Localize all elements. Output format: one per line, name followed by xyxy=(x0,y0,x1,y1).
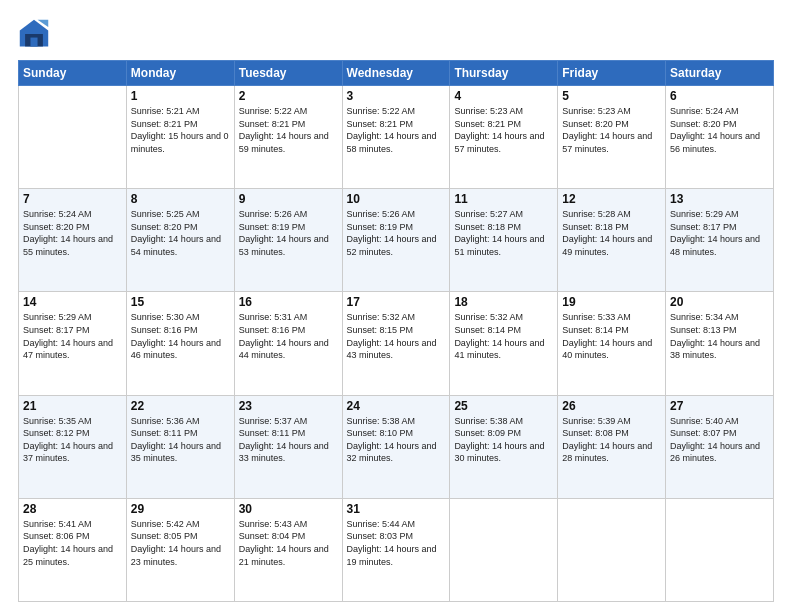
day-number: 28 xyxy=(23,502,122,516)
weekday-header: Monday xyxy=(126,61,234,86)
calendar-cell: 10Sunrise: 5:26 AM Sunset: 8:19 PM Dayli… xyxy=(342,189,450,292)
calendar-week-row: 21Sunrise: 5:35 AM Sunset: 8:12 PM Dayli… xyxy=(19,395,774,498)
day-info: Sunrise: 5:30 AM Sunset: 8:16 PM Dayligh… xyxy=(131,311,230,361)
day-number: 18 xyxy=(454,295,553,309)
calendar-cell: 27Sunrise: 5:40 AM Sunset: 8:07 PM Dayli… xyxy=(666,395,774,498)
calendar-cell: 21Sunrise: 5:35 AM Sunset: 8:12 PM Dayli… xyxy=(19,395,127,498)
calendar-cell: 29Sunrise: 5:42 AM Sunset: 8:05 PM Dayli… xyxy=(126,498,234,601)
day-info: Sunrise: 5:37 AM Sunset: 8:11 PM Dayligh… xyxy=(239,415,338,465)
calendar-cell: 31Sunrise: 5:44 AM Sunset: 8:03 PM Dayli… xyxy=(342,498,450,601)
weekday-header: Wednesday xyxy=(342,61,450,86)
calendar-cell xyxy=(558,498,666,601)
page: SundayMondayTuesdayWednesdayThursdayFrid… xyxy=(0,0,792,612)
calendar-cell: 11Sunrise: 5:27 AM Sunset: 8:18 PM Dayli… xyxy=(450,189,558,292)
day-number: 12 xyxy=(562,192,661,206)
calendar-week-row: 1Sunrise: 5:21 AM Sunset: 8:21 PM Daylig… xyxy=(19,86,774,189)
day-info: Sunrise: 5:33 AM Sunset: 8:14 PM Dayligh… xyxy=(562,311,661,361)
day-number: 7 xyxy=(23,192,122,206)
calendar-cell: 25Sunrise: 5:38 AM Sunset: 8:09 PM Dayli… xyxy=(450,395,558,498)
day-info: Sunrise: 5:26 AM Sunset: 8:19 PM Dayligh… xyxy=(347,208,446,258)
day-info: Sunrise: 5:22 AM Sunset: 8:21 PM Dayligh… xyxy=(347,105,446,155)
calendar-cell: 18Sunrise: 5:32 AM Sunset: 8:14 PM Dayli… xyxy=(450,292,558,395)
calendar-cell: 13Sunrise: 5:29 AM Sunset: 8:17 PM Dayli… xyxy=(666,189,774,292)
day-info: Sunrise: 5:42 AM Sunset: 8:05 PM Dayligh… xyxy=(131,518,230,568)
calendar-week-row: 28Sunrise: 5:41 AM Sunset: 8:06 PM Dayli… xyxy=(19,498,774,601)
calendar-week-row: 7Sunrise: 5:24 AM Sunset: 8:20 PM Daylig… xyxy=(19,189,774,292)
day-info: Sunrise: 5:32 AM Sunset: 8:14 PM Dayligh… xyxy=(454,311,553,361)
weekday-header: Thursday xyxy=(450,61,558,86)
day-number: 15 xyxy=(131,295,230,309)
day-number: 22 xyxy=(131,399,230,413)
svg-rect-3 xyxy=(30,38,37,47)
day-number: 4 xyxy=(454,89,553,103)
calendar-cell: 19Sunrise: 5:33 AM Sunset: 8:14 PM Dayli… xyxy=(558,292,666,395)
calendar-cell: 12Sunrise: 5:28 AM Sunset: 8:18 PM Dayli… xyxy=(558,189,666,292)
logo xyxy=(18,18,54,50)
calendar-cell: 9Sunrise: 5:26 AM Sunset: 8:19 PM Daylig… xyxy=(234,189,342,292)
day-info: Sunrise: 5:38 AM Sunset: 8:09 PM Dayligh… xyxy=(454,415,553,465)
day-number: 25 xyxy=(454,399,553,413)
day-number: 8 xyxy=(131,192,230,206)
day-info: Sunrise: 5:38 AM Sunset: 8:10 PM Dayligh… xyxy=(347,415,446,465)
day-number: 29 xyxy=(131,502,230,516)
day-info: Sunrise: 5:22 AM Sunset: 8:21 PM Dayligh… xyxy=(239,105,338,155)
calendar-table: SundayMondayTuesdayWednesdayThursdayFrid… xyxy=(18,60,774,602)
day-info: Sunrise: 5:21 AM Sunset: 8:21 PM Dayligh… xyxy=(131,105,230,155)
weekday-header: Sunday xyxy=(19,61,127,86)
calendar-cell: 5Sunrise: 5:23 AM Sunset: 8:20 PM Daylig… xyxy=(558,86,666,189)
day-number: 19 xyxy=(562,295,661,309)
calendar-cell: 20Sunrise: 5:34 AM Sunset: 8:13 PM Dayli… xyxy=(666,292,774,395)
calendar-cell: 22Sunrise: 5:36 AM Sunset: 8:11 PM Dayli… xyxy=(126,395,234,498)
day-number: 13 xyxy=(670,192,769,206)
calendar-cell: 1Sunrise: 5:21 AM Sunset: 8:21 PM Daylig… xyxy=(126,86,234,189)
day-info: Sunrise: 5:44 AM Sunset: 8:03 PM Dayligh… xyxy=(347,518,446,568)
calendar-cell: 23Sunrise: 5:37 AM Sunset: 8:11 PM Dayli… xyxy=(234,395,342,498)
calendar-cell: 30Sunrise: 5:43 AM Sunset: 8:04 PM Dayli… xyxy=(234,498,342,601)
day-number: 2 xyxy=(239,89,338,103)
day-number: 31 xyxy=(347,502,446,516)
day-number: 27 xyxy=(670,399,769,413)
day-number: 21 xyxy=(23,399,122,413)
day-info: Sunrise: 5:24 AM Sunset: 8:20 PM Dayligh… xyxy=(670,105,769,155)
calendar-header-row: SundayMondayTuesdayWednesdayThursdayFrid… xyxy=(19,61,774,86)
calendar-cell: 7Sunrise: 5:24 AM Sunset: 8:20 PM Daylig… xyxy=(19,189,127,292)
day-number: 3 xyxy=(347,89,446,103)
calendar-cell: 8Sunrise: 5:25 AM Sunset: 8:20 PM Daylig… xyxy=(126,189,234,292)
weekday-header: Tuesday xyxy=(234,61,342,86)
calendar-cell: 4Sunrise: 5:23 AM Sunset: 8:21 PM Daylig… xyxy=(450,86,558,189)
day-number: 11 xyxy=(454,192,553,206)
day-number: 5 xyxy=(562,89,661,103)
day-info: Sunrise: 5:23 AM Sunset: 8:20 PM Dayligh… xyxy=(562,105,661,155)
day-number: 24 xyxy=(347,399,446,413)
calendar-cell: 24Sunrise: 5:38 AM Sunset: 8:10 PM Dayli… xyxy=(342,395,450,498)
day-info: Sunrise: 5:39 AM Sunset: 8:08 PM Dayligh… xyxy=(562,415,661,465)
day-number: 16 xyxy=(239,295,338,309)
day-info: Sunrise: 5:25 AM Sunset: 8:20 PM Dayligh… xyxy=(131,208,230,258)
day-number: 1 xyxy=(131,89,230,103)
day-number: 20 xyxy=(670,295,769,309)
day-info: Sunrise: 5:32 AM Sunset: 8:15 PM Dayligh… xyxy=(347,311,446,361)
day-info: Sunrise: 5:31 AM Sunset: 8:16 PM Dayligh… xyxy=(239,311,338,361)
calendar-cell xyxy=(19,86,127,189)
header xyxy=(18,18,774,50)
calendar-cell: 28Sunrise: 5:41 AM Sunset: 8:06 PM Dayli… xyxy=(19,498,127,601)
day-number: 17 xyxy=(347,295,446,309)
day-number: 14 xyxy=(23,295,122,309)
day-number: 10 xyxy=(347,192,446,206)
day-number: 26 xyxy=(562,399,661,413)
weekday-header: Saturday xyxy=(666,61,774,86)
calendar-cell: 3Sunrise: 5:22 AM Sunset: 8:21 PM Daylig… xyxy=(342,86,450,189)
calendar-cell: 16Sunrise: 5:31 AM Sunset: 8:16 PM Dayli… xyxy=(234,292,342,395)
calendar-cell: 26Sunrise: 5:39 AM Sunset: 8:08 PM Dayli… xyxy=(558,395,666,498)
day-info: Sunrise: 5:24 AM Sunset: 8:20 PM Dayligh… xyxy=(23,208,122,258)
day-number: 6 xyxy=(670,89,769,103)
day-info: Sunrise: 5:36 AM Sunset: 8:11 PM Dayligh… xyxy=(131,415,230,465)
calendar-cell: 6Sunrise: 5:24 AM Sunset: 8:20 PM Daylig… xyxy=(666,86,774,189)
day-info: Sunrise: 5:43 AM Sunset: 8:04 PM Dayligh… xyxy=(239,518,338,568)
day-number: 23 xyxy=(239,399,338,413)
day-info: Sunrise: 5:41 AM Sunset: 8:06 PM Dayligh… xyxy=(23,518,122,568)
calendar-cell: 17Sunrise: 5:32 AM Sunset: 8:15 PM Dayli… xyxy=(342,292,450,395)
day-number: 9 xyxy=(239,192,338,206)
calendar-cell xyxy=(666,498,774,601)
calendar-cell: 14Sunrise: 5:29 AM Sunset: 8:17 PM Dayli… xyxy=(19,292,127,395)
